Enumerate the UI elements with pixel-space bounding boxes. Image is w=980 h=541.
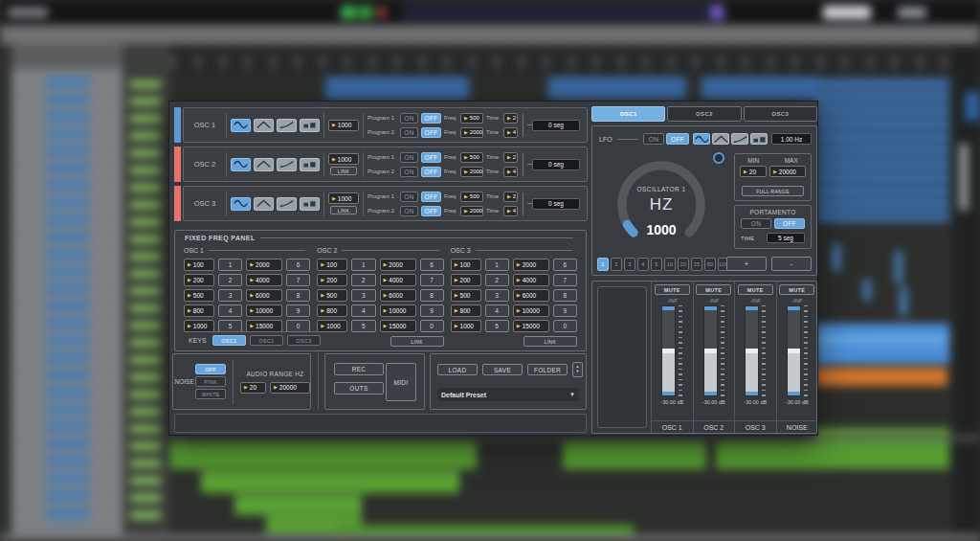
program-1-freq-spinner[interactable]: ▶ 500 xyxy=(460,113,483,124)
freq-key-button[interactable]: 7 xyxy=(553,274,577,286)
program-1-off-button[interactable]: OFF xyxy=(421,113,441,124)
freq-preset-spinner[interactable]: ▶ 2000 xyxy=(246,259,282,271)
freq-preset-spinner[interactable]: ▶ 200 xyxy=(451,274,481,286)
freq-preset-spinner[interactable]: ▶ 2000 xyxy=(380,259,416,271)
program-2-on-button[interactable]: ON xyxy=(400,167,418,177)
noise-pink-button[interactable]: PINK xyxy=(195,376,226,387)
freq-key-button[interactable]: 0 xyxy=(553,320,577,332)
program-2-freq-spinner[interactable]: ▶ 2000 xyxy=(460,206,483,216)
program-2-freq-spinner[interactable]: ▶ 2000 xyxy=(460,167,483,177)
freq-key-button[interactable]: 8 xyxy=(286,289,310,302)
noise-white-button[interactable]: WHITE xyxy=(195,389,226,399)
freq-key-button[interactable]: 7 xyxy=(420,274,444,286)
volume-fader[interactable] xyxy=(745,305,766,396)
folder-button[interactable]: FOLDER xyxy=(527,364,568,375)
square-wave-button[interactable] xyxy=(300,158,320,171)
freq-preset-spinner[interactable]: ▶ 100 xyxy=(451,259,481,271)
volume-fader[interactable] xyxy=(661,305,682,396)
tab-osc3[interactable]: OSC3 xyxy=(744,106,817,122)
freq-preset-spinner[interactable]: ▶ 800 xyxy=(317,304,347,317)
program-1-time-spinner[interactable]: ▶ 2 xyxy=(503,152,518,163)
freq-key-button[interactable]: 1 xyxy=(218,259,242,271)
freq-preset-spinner[interactable]: ▶ 2000 xyxy=(513,259,549,271)
keys-osc3-button[interactable]: OSC3 xyxy=(287,335,321,346)
program-1-off-button[interactable]: OFF xyxy=(421,192,441,202)
freq-preset-spinner[interactable]: ▶ 15000 xyxy=(513,320,549,332)
freq-key-button[interactable]: 2 xyxy=(218,274,242,286)
portamento-on-button[interactable]: ON xyxy=(741,218,771,229)
freq-key-button[interactable]: 4 xyxy=(351,304,375,317)
triangle-wave-button[interactable] xyxy=(712,133,729,145)
step-button-4[interactable]: 4 xyxy=(637,258,649,271)
freq-preset-spinner[interactable]: ▶ 10000 xyxy=(246,304,282,317)
program-1-on-button[interactable]: ON xyxy=(400,113,418,124)
range-max-spinner[interactable]: ▶ 20000 xyxy=(270,382,310,394)
increment-button[interactable]: + xyxy=(726,257,767,271)
osc-freq-spinner[interactable]: ▶ 1000 xyxy=(328,120,359,131)
saw-wave-button[interactable] xyxy=(731,133,748,145)
freq-preset-spinner[interactable]: ▶ 200 xyxy=(317,274,347,286)
program-2-off-button[interactable]: OFF xyxy=(421,127,441,138)
lfo-on-button[interactable]: ON xyxy=(643,133,664,145)
freq-preset-spinner[interactable]: ▶ 500 xyxy=(451,289,481,302)
step-button-3[interactable]: 3 xyxy=(624,258,635,271)
fader-track[interactable] xyxy=(787,305,801,396)
program-1-off-button[interactable]: OFF xyxy=(421,152,441,163)
volume-fader[interactable] xyxy=(703,305,724,396)
osc-freq-spinner[interactable]: ▶ 1000 xyxy=(328,153,359,165)
freq-key-button[interactable]: 3 xyxy=(351,289,375,302)
preset-dropdown[interactable]: Default Preset ▼ xyxy=(437,388,579,401)
step-button-5[interactable]: 5 xyxy=(651,258,662,271)
freq-key-button[interactable]: 3 xyxy=(485,289,509,302)
saw-wave-button[interactable] xyxy=(277,197,297,211)
max-spinner[interactable]: ▶ 20000 xyxy=(769,166,806,177)
mute-button[interactable]: MUTE xyxy=(779,284,814,295)
step-button-50[interactable]: 50 xyxy=(704,258,716,271)
preset-spinner[interactable]: ▲ ▼ xyxy=(572,362,583,377)
freq-preset-spinner[interactable]: ▶ 15000 xyxy=(380,320,416,332)
program-2-off-button[interactable]: OFF xyxy=(421,206,441,216)
freq-key-button[interactable]: 8 xyxy=(553,289,577,302)
range-min-spinner[interactable]: ▶ 20 xyxy=(240,382,266,394)
saw-wave-button[interactable] xyxy=(277,119,297,132)
portamento-time-display[interactable]: 5 seg xyxy=(767,233,805,243)
noise-off-button[interactable]: OFF xyxy=(195,364,226,374)
fader-track[interactable] xyxy=(745,305,759,396)
midi-button[interactable]: MIDI xyxy=(386,363,416,401)
sine-wave-button[interactable] xyxy=(231,197,251,211)
sine-wave-button[interactable] xyxy=(231,119,251,132)
mute-button[interactable]: MUTE xyxy=(696,284,731,295)
freq-preset-spinner[interactable]: ▶ 10000 xyxy=(513,304,549,317)
program-1-time-spinner[interactable]: ▶ 2 xyxy=(503,192,518,202)
link-button[interactable]: LINK xyxy=(330,206,357,214)
program-2-off-button[interactable]: OFF xyxy=(421,167,441,177)
freq-preset-spinner[interactable]: ▶ 6000 xyxy=(380,289,416,302)
program-1-freq-spinner[interactable]: ▶ 500 xyxy=(460,152,483,163)
freq-key-button[interactable]: 5 xyxy=(485,320,509,332)
lfo-rate-display[interactable]: 1.00 Hz xyxy=(771,133,812,145)
freq-key-button[interactable]: 5 xyxy=(351,320,375,332)
program-2-on-button[interactable]: ON xyxy=(400,127,418,138)
mute-button[interactable]: MUTE xyxy=(655,284,690,295)
program-1-time-spinner[interactable]: ▶ 2 xyxy=(503,113,518,124)
freq-key-button[interactable]: 6 xyxy=(420,259,444,271)
fader-track[interactable] xyxy=(661,305,676,396)
freq-preset-spinner[interactable]: ▶ 4000 xyxy=(246,274,282,286)
square-wave-button[interactable] xyxy=(300,119,320,132)
freq-preset-spinner[interactable]: ▶ 500 xyxy=(317,289,347,302)
saw-wave-button[interactable] xyxy=(277,158,297,171)
program-2-time-spinner[interactable]: ▶ 4 xyxy=(503,167,518,177)
tab-osc1[interactable]: OSC1 xyxy=(591,106,665,122)
fader-track[interactable] xyxy=(703,305,718,396)
min-spinner[interactable]: ▶ 20 xyxy=(740,166,767,177)
program-1-on-button[interactable]: ON xyxy=(400,152,418,163)
program-1-freq-spinner[interactable]: ▶ 500 xyxy=(460,192,483,202)
step-button-2[interactable]: 2 xyxy=(611,258,622,271)
freq-key-button[interactable]: 1 xyxy=(351,259,375,271)
freq-key-button[interactable]: 0 xyxy=(420,320,444,332)
mute-button[interactable]: MUTE xyxy=(738,284,773,295)
sine-wave-button[interactable] xyxy=(231,158,251,171)
freq-key-button[interactable]: 1 xyxy=(485,259,509,271)
link-button[interactable]: LINK xyxy=(523,336,577,347)
rec-button[interactable]: REC xyxy=(334,363,384,375)
